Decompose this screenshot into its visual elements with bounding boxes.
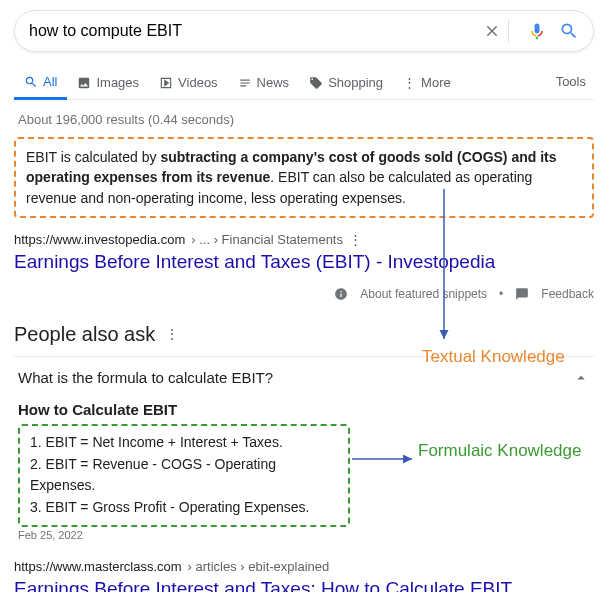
about-snippets-link[interactable]: About featured snippets [360,287,487,301]
search-icon[interactable] [559,21,579,41]
featured-snippet: EBIT is calculated by subtracting a comp… [14,137,594,218]
formula-item: EBIT = Revenue - COGS - Operating Expens… [30,454,340,497]
search-input[interactable] [29,22,470,40]
more-dots-icon: ⋮ [403,75,416,90]
tab-news[interactable]: News [228,65,300,98]
paa-menu-icon[interactable]: ⋮ [165,326,179,342]
paa-answer: How to Calculate EBIT EBIT = Net Income … [14,399,594,541]
tab-label: Videos [178,75,218,90]
tab-images[interactable]: Images [67,65,149,98]
paa-answer-title: How to Calculate EBIT [18,401,590,418]
url-path: › ... › Financial Statements [191,232,343,247]
info-icon [334,287,348,301]
tabs-row: All Images Videos News Shopping ⋮ More T… [14,64,594,100]
result-url[interactable]: https://www.investopedia.com › ... › Fin… [14,232,594,247]
chevron-up-icon [572,369,590,387]
tab-videos[interactable]: Videos [149,65,228,98]
annotation-textual: Textual Knowledge [422,347,565,367]
result-url[interactable]: https://www.masterclass.com › articles ›… [14,559,594,574]
dot: • [499,287,503,301]
result-menu-icon[interactable]: ⋮ [349,232,362,247]
paa-question-text: What is the formula to calculate EBIT? [18,369,273,386]
url-host: https://www.investopedia.com [14,232,185,247]
tab-shopping[interactable]: Shopping [299,65,393,98]
feedback-icon [515,287,529,301]
tab-label: Images [96,75,139,90]
tab-label: Shopping [328,75,383,90]
formula-item: EBIT = Gross Profit - Operating Expenses… [30,497,340,519]
tab-label: News [257,75,290,90]
tab-label: More [421,75,451,90]
tab-label: All [43,74,57,89]
tab-all[interactable]: All [14,64,67,100]
result-title[interactable]: Earnings Before Interest and Taxes: How … [14,578,594,592]
result-title[interactable]: Earnings Before Interest and Taxes (EBIT… [14,251,594,273]
paa-answer-date: Feb 25, 2022 [18,529,590,541]
url-path: › articles › ebit-explained [188,559,330,574]
tab-more[interactable]: ⋮ More [393,65,461,98]
tools-button[interactable]: Tools [548,64,594,99]
voice-search-icon[interactable] [527,21,547,41]
formula-box: EBIT = Net Income + Interest + Taxes. EB… [18,424,350,527]
paa-heading: People also ask [14,323,155,346]
clear-icon[interactable] [482,21,502,41]
annotation-formulaic: Formulaic Knowledge [418,441,581,461]
divider [508,19,509,43]
url-host: https://www.masterclass.com [14,559,182,574]
feedback-link[interactable]: Feedback [541,287,594,301]
snippet-pre: EBIT is calculated by [26,149,160,165]
formula-item: EBIT = Net Income + Interest + Taxes. [30,432,340,454]
paa-heading-row: People also ask ⋮ [14,323,594,346]
result-stats: About 196,000 results (0.44 seconds) [18,112,594,127]
search-bar[interactable] [14,10,594,52]
